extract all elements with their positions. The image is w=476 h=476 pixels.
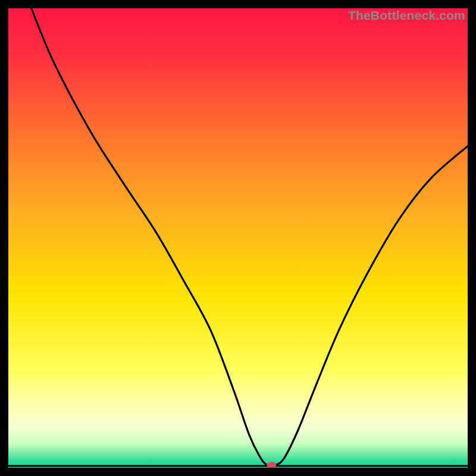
chart-frame: TheBottleneck.com xyxy=(8,8,468,468)
optimum-marker xyxy=(267,462,276,468)
gradient-background xyxy=(8,8,468,468)
watermark-text: TheBottleneck.com xyxy=(348,8,465,23)
bottleneck-chart xyxy=(8,8,468,468)
